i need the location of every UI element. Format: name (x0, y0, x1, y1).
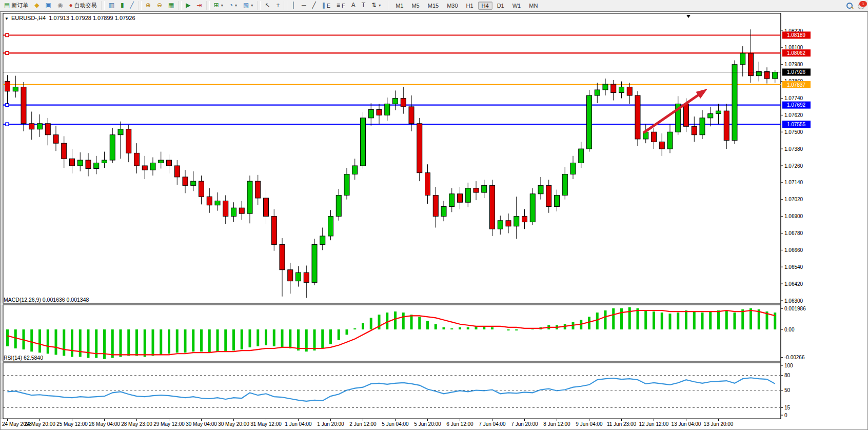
equidistant-channel-button[interactable]: ∥E (320, 1, 333, 10)
timeframe-h4[interactable]: H4 (478, 2, 492, 10)
new-order-icon: ▤ (4, 2, 10, 9)
candle (546, 185, 551, 206)
line-chart-button[interactable]: ╱ (128, 1, 136, 10)
toolbar-separator (206, 1, 210, 10)
auto-trading-button[interactable]: ●自动交易 (66, 1, 99, 10)
horizontal-line-button[interactable]: ─ (299, 1, 309, 10)
search-icon[interactable] (846, 3, 853, 9)
candle (361, 118, 366, 166)
line-anchor[interactable] (6, 51, 9, 54)
text-label-icon: T (362, 2, 365, 9)
dropdown-caret-icon: ▾ (221, 3, 223, 8)
candle (635, 95, 640, 139)
line-anchor[interactable] (6, 123, 9, 126)
equidistant-channel-button-label: E (327, 3, 330, 9)
arrows-button[interactable]: ⇅▾ (369, 1, 383, 10)
svg-text:1 Jun 04:00: 1 Jun 04:00 (285, 421, 312, 427)
trendline-icon: ╱ (312, 2, 315, 9)
trendline-button[interactable]: ╱ (309, 1, 318, 10)
svg-text:1.07020: 1.07020 (784, 197, 803, 202)
candle (659, 142, 664, 149)
candle (37, 124, 43, 129)
candle (562, 174, 567, 195)
candle (619, 87, 624, 93)
candle (603, 84, 608, 90)
candle (255, 181, 261, 198)
text-button[interactable]: A (349, 1, 358, 10)
timeframe-mn[interactable]: MN (525, 2, 541, 10)
candle (498, 221, 503, 229)
price-badge: 1.08189 (782, 31, 811, 38)
panel-grip[interactable] (1, 363, 3, 419)
templates-button[interactable]: ▧▾ (241, 1, 255, 10)
timeframe-h1[interactable]: H1 (463, 2, 477, 10)
chevron-down-icon[interactable]: ▼ (5, 16, 9, 21)
svg-text:80: 80 (784, 373, 791, 378)
candlestick-chart-button[interactable]: ▮ (118, 1, 127, 10)
text-label-button[interactable]: T (359, 1, 368, 10)
line-anchor[interactable] (6, 104, 9, 107)
signal-icon: ◉ (57, 2, 63, 9)
candle (579, 149, 584, 163)
dropdown-caret-icon: ▾ (251, 3, 253, 8)
candlestick-chart-icon: ▮ (121, 2, 124, 9)
market-watch-button[interactable]: ◆ (32, 1, 42, 10)
candle (773, 72, 778, 79)
cursor-button[interactable]: ↖ (262, 1, 272, 10)
candle (393, 99, 398, 104)
bar-chart-button[interactable]: ▥ (106, 1, 117, 10)
crosshair-button[interactable]: + (273, 1, 282, 10)
svg-text:30 May 04:00: 30 May 04:00 (186, 421, 217, 427)
notification-badge: 1 (859, 1, 867, 7)
notifications-icon[interactable]: 1 (858, 3, 865, 9)
chart-shift-button[interactable]: ⇥ (194, 1, 205, 10)
toolbar-separator (284, 1, 287, 10)
fibonacci-button[interactable]: ≡F (334, 1, 348, 10)
candle (708, 114, 713, 118)
candle (417, 124, 422, 173)
toolbar-buttons: ▤新订单◆▣◉●自动交易▥▮╱⊕⊖▦▶⇥⊞▾◔▾▧▾↖+│─╱∥E≡FAT⇅▾ (0, 0, 390, 11)
timeframe-m1[interactable]: M1 (392, 2, 407, 10)
timeframe-w1[interactable]: W1 (509, 2, 525, 10)
timeframe-m30[interactable]: M30 (443, 2, 461, 10)
panel-grip[interactable] (1, 13, 3, 303)
candle (652, 132, 657, 142)
candle (62, 143, 67, 159)
time-axis[interactable]: 24 May 202324 May 20:0025 May 12:0026 Ma… (2, 419, 734, 427)
signal-button[interactable]: ◉ (55, 1, 65, 10)
templates-icon: ▧ (243, 2, 249, 9)
line-anchor[interactable] (6, 33, 9, 36)
candle (352, 166, 358, 174)
zoom-in-button[interactable]: ⊕ (143, 1, 153, 10)
indicators-button[interactable]: ⊞▾ (211, 1, 226, 10)
navigator-button[interactable]: ▣ (43, 1, 54, 10)
zoom-out-button[interactable]: ⊖ (154, 1, 165, 10)
price-chart[interactable]: 1.082201.081001.079801.078601.077401.076… (1, 12, 867, 429)
timeframe-m15[interactable]: M15 (424, 2, 442, 10)
svg-text:1.07500: 1.07500 (784, 129, 803, 135)
panel-grip[interactable] (1, 305, 3, 361)
candle (385, 104, 390, 115)
candle (570, 163, 576, 174)
periods-button[interactable]: ◔▾ (227, 1, 240, 10)
timeframe-d1[interactable]: D1 (494, 2, 508, 10)
candle (199, 181, 204, 197)
auto-scroll-button[interactable]: ▶ (183, 1, 193, 10)
svg-text:13 Jun 20:00: 13 Jun 20:00 (704, 421, 734, 427)
svg-text:1.07260: 1.07260 (784, 163, 803, 169)
candle (368, 109, 373, 118)
svg-text:1.07692: 1.07692 (787, 102, 806, 108)
candle (425, 173, 430, 196)
svg-text:0.00: 0.00 (784, 327, 795, 333)
vertical-line-icon: │ (291, 2, 295, 9)
new-order-button-label: 新订单 (11, 2, 28, 9)
new-order-button[interactable]: ▤新订单 (2, 1, 31, 10)
tile-windows-icon: ▦ (168, 2, 174, 9)
svg-text:1.07140: 1.07140 (784, 180, 803, 185)
tile-windows-button[interactable]: ▦ (166, 1, 176, 10)
svg-text:5 Jun 04:00: 5 Jun 04:00 (382, 421, 409, 427)
chart-title-ohlc: 1.07913 1.07928 1.07899 1.07926 (49, 15, 135, 21)
candle (13, 87, 18, 91)
vertical-line-button[interactable]: │ (289, 1, 298, 10)
timeframe-m5[interactable]: M5 (408, 2, 423, 10)
